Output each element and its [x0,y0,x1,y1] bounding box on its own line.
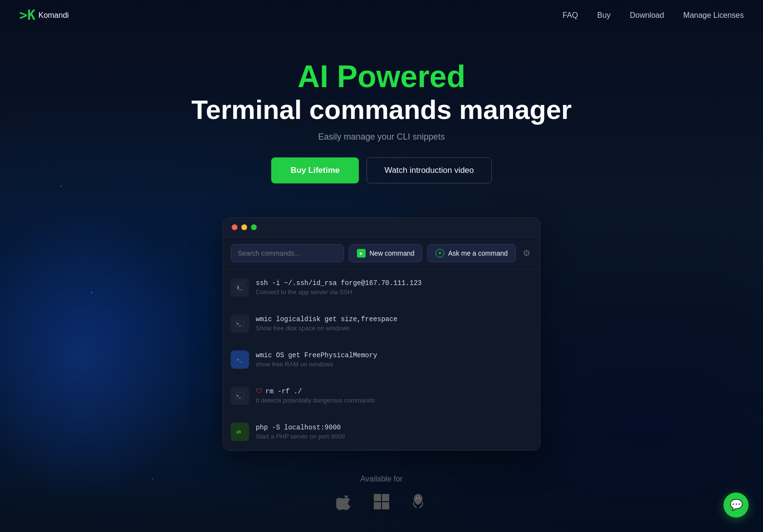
nav-link-manage-licenses[interactable]: Manage Licenses [684,11,744,20]
new-command-label: New command [369,249,414,257]
chat-bubble-icon: 💬 [730,499,743,511]
logo-icon: >K [19,9,36,22]
cmd-icon-wmic-ram: >_ [231,350,249,369]
nav: FAQ Buy Download Manage Licenses [563,11,744,20]
hero-title-white: Terminal commands manager [10,93,753,126]
svg-point-14 [414,494,422,504]
header: >K Komandi FAQ Buy Download Manage Licen… [0,0,763,31]
danger-icon: 🛡 [256,388,263,395]
app-window: New command ✦ Ask me a command ⚙ $_ [223,217,540,451]
linux-icon [409,493,427,515]
hero-title-green: AI Powered [10,60,753,93]
ask-command-label: Ask me a command [448,249,508,257]
settings-gear-icon[interactable]: ⚙ [521,246,532,260]
svg-text:>_: >_ [237,394,241,398]
cmd-desc-ssh: Connect to the app server via SSH [256,288,532,296]
logo-text: Komandi [39,11,69,20]
svg-text:>_: >_ [237,322,241,326]
cmd-name-php: php -S localhost:9000 [256,424,532,431]
window-toolbar: New command ✦ Ask me a command ⚙ [223,237,540,270]
svg-text:>_: >_ [237,357,242,362]
app-window-wrapper: New command ✦ Ask me a command ⚙ $_ [0,217,763,451]
svg-rect-12 [374,502,381,509]
svg-text:ph: ph [237,430,241,434]
command-item-rm-rf[interactable]: >_ 🛡 rm -rf ./ It detects potentially da… [223,378,540,414]
nav-link-faq[interactable]: FAQ [563,11,578,20]
cmd-icon-wmic-disk: >_ [231,314,249,333]
cmd-desc-php: Start a PHP server on port 9000 [256,433,532,440]
hero-buttons: Buy Lifetime Watch introduction video [10,157,753,183]
cmd-icon-php: ph [231,423,249,441]
cmd-desc-rm-rf: It detects potentially dangerous command… [256,397,532,404]
command-list: $_ ssh -i ~/.ssh/id_rsa forge@167.70.111… [223,270,540,450]
macos-icon [336,493,354,515]
cmd-name-rm-rf: 🛡 rm -rf ./ [256,388,532,395]
nav-link-buy[interactable]: Buy [597,11,611,20]
command-item-php[interactable]: ph php -S localhost:9000 Start a PHP ser… [223,414,540,450]
cmd-desc-wmic-ram: show free RAM on windows [256,361,532,368]
command-item-wmic-ram[interactable]: >_ wmic OS get FreePhysicalMemory show f… [223,342,540,378]
cmd-info-wmic-ram: wmic OS get FreePhysicalMemory show free… [256,351,532,368]
available-section: Available for [0,451,763,529]
cmd-name-ssh: ssh -i ~/.ssh/id_rsa forge@167.70.111.12… [256,279,532,287]
command-item-ssh[interactable]: $_ ssh -i ~/.ssh/id_rsa forge@167.70.111… [223,270,540,306]
os-icons [10,493,753,515]
cmd-icon-ssh: $_ [231,278,249,297]
logo[interactable]: >K Komandi [19,9,69,22]
chat-bubble-button[interactable]: 💬 [724,493,749,518]
window-titlebar [223,218,540,237]
windows-icon [373,493,390,515]
command-item-wmic-disk[interactable]: >_ wmic logicaldisk get size,freespace S… [223,306,540,342]
cmd-icon-rm-rf: >_ [231,387,249,405]
available-label: Available for [10,475,753,483]
cmd-info-php: php -S localhost:9000 Start a PHP server… [256,424,532,440]
window-dot-yellow [241,224,247,230]
svg-rect-10 [374,494,381,501]
svg-point-18 [420,497,421,498]
terminal-icon [357,249,366,258]
chat-icon: ✦ [435,249,444,258]
nav-link-download[interactable]: Download [630,11,664,20]
hero-subtitle: Easily manage your CLI snippets [10,132,753,142]
window-dot-red [232,224,237,230]
svg-rect-11 [382,494,389,501]
cmd-info-rm-rf: 🛡 rm -rf ./ It detects potentially dange… [256,388,532,404]
window-dot-green [251,224,257,230]
svg-rect-13 [382,502,389,509]
cmd-name-wmic-ram: wmic OS get FreePhysicalMemory [256,351,532,359]
svg-point-17 [415,497,416,498]
cmd-info-wmic-disk: wmic logicaldisk get size,freespace Show… [256,315,532,332]
cmd-name-wmic-disk: wmic logicaldisk get size,freespace [256,315,532,323]
hero-section: AI Powered Terminal commands manager Eas… [0,31,763,198]
cmd-info-ssh: ssh -i ~/.ssh/id_rsa forge@167.70.111.12… [256,279,532,296]
watch-video-button[interactable]: Watch introduction video [367,157,492,183]
svg-text:$_: $_ [237,285,242,290]
search-input[interactable] [231,244,344,262]
buy-lifetime-button[interactable]: Buy Lifetime [271,157,359,183]
ask-command-button[interactable]: ✦ Ask me a command [427,244,516,262]
cmd-desc-wmic-disk: Show free disk space on windows [256,324,532,332]
new-command-button[interactable]: New command [349,244,422,262]
